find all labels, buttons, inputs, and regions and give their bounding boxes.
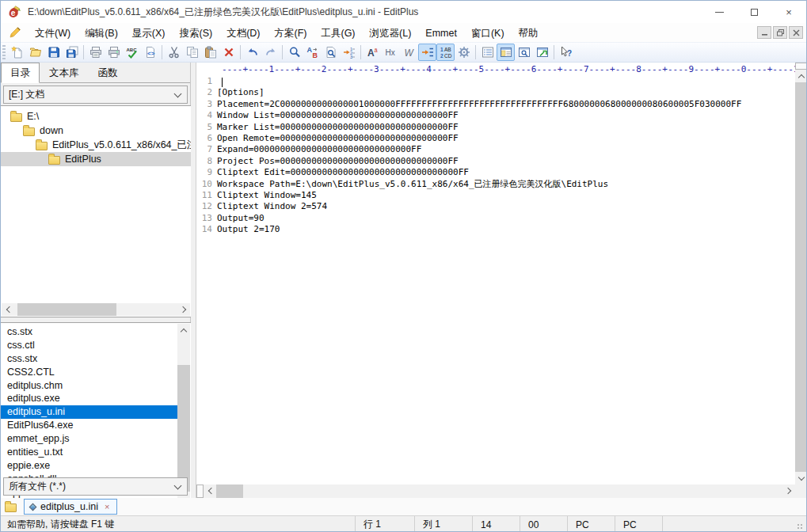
goto-line-button[interactable]: 123 bbox=[340, 44, 358, 61]
file-item[interactable]: editplus.exe bbox=[1, 392, 177, 405]
tree-item[interactable]: E:\ bbox=[1, 109, 191, 124]
file-item[interactable]: entities_u.txt bbox=[1, 446, 177, 459]
cut-button[interactable] bbox=[165, 44, 183, 61]
mdi-close-icon[interactable] bbox=[789, 26, 803, 39]
word-wrap-button[interactable]: W bbox=[400, 44, 418, 61]
menu-item[interactable]: Emmet bbox=[418, 25, 464, 41]
save-button[interactable] bbox=[44, 44, 63, 61]
new-document-button[interactable] bbox=[8, 44, 26, 61]
editor-line: 12 Cliptext Window 2=574 bbox=[196, 201, 795, 212]
sidebar-tab[interactable]: 函数 bbox=[89, 63, 128, 82]
toolbar-grip[interactable] bbox=[2, 45, 6, 59]
editor-horizontal-scrollbar[interactable] bbox=[196, 484, 795, 498]
editor-vscroll-thumb[interactable] bbox=[795, 82, 807, 472]
modified-diamond-icon bbox=[29, 503, 37, 511]
scroll-right-icon[interactable] bbox=[782, 484, 795, 497]
hex-viewer-button[interactable]: Hx bbox=[382, 44, 400, 61]
editor-pane[interactable]: ----+----1----+----2----+----3----+----4… bbox=[196, 63, 807, 498]
file-item[interactable]: eppie.exe bbox=[1, 459, 177, 473]
print-button[interactable] bbox=[105, 44, 123, 61]
sidebar-tab[interactable]: 目录 bbox=[1, 63, 40, 83]
delete-button[interactable] bbox=[219, 44, 238, 61]
line-numbers-button[interactable]: 1AB2CD bbox=[436, 44, 455, 61]
preferences-button[interactable] bbox=[455, 44, 473, 61]
mdi-minimize-icon[interactable] bbox=[757, 26, 771, 39]
tree-item[interactable]: down bbox=[1, 124, 191, 138]
open-folder-button[interactable] bbox=[26, 44, 44, 61]
directory-window-button[interactable] bbox=[497, 44, 515, 61]
text-area[interactable]: 1 2 [Options] 3 Placement=2C000000000000… bbox=[196, 76, 795, 484]
split-handle[interactable] bbox=[196, 484, 204, 498]
file-item[interactable]: css.ctl bbox=[1, 339, 177, 352]
drive-selector[interactable]: [E:] 文档 bbox=[3, 86, 188, 104]
menu-item[interactable]: 方案(F) bbox=[268, 25, 314, 41]
file-item[interactable]: cs.stx bbox=[1, 325, 177, 339]
drive-selector-value: [E:] 文档 bbox=[9, 88, 44, 101]
menu-item[interactable]: 搜索(S) bbox=[172, 25, 219, 41]
file-item[interactable]: css.stx bbox=[1, 352, 177, 366]
close-button[interactable]: × bbox=[771, 1, 806, 23]
copy-button[interactable] bbox=[183, 44, 201, 61]
file-filter-selector[interactable]: 所有文件 (*.*) bbox=[3, 477, 188, 496]
scroll-left-icon[interactable] bbox=[2, 303, 14, 316]
font-button[interactable]: Aã bbox=[364, 44, 382, 61]
menu-item[interactable]: 浏览器(L) bbox=[363, 25, 419, 41]
tree-hscroll-thumb[interactable] bbox=[17, 303, 116, 316]
tree-horizontal-scrollbar[interactable] bbox=[2, 303, 190, 316]
indent-guide-icon bbox=[421, 46, 434, 59]
tree-item[interactable]: EditPlus bbox=[1, 152, 191, 166]
replace-button[interactable]: AB bbox=[303, 44, 322, 61]
file-item[interactable]: emmet_epp.js bbox=[1, 432, 177, 446]
document-tab[interactable]: editplus_u.ini × bbox=[24, 499, 117, 515]
file-item[interactable]: editplus.chm bbox=[1, 379, 177, 393]
scroll-up-icon[interactable] bbox=[177, 324, 190, 336]
split-handle[interactable] bbox=[795, 63, 807, 70]
redo-button[interactable] bbox=[261, 44, 280, 61]
menu-item[interactable]: 文档(D) bbox=[219, 25, 267, 41]
scroll-left-icon[interactable] bbox=[204, 484, 216, 497]
spell-check-button[interactable]: ABC bbox=[123, 44, 141, 61]
scroll-down-icon[interactable] bbox=[795, 472, 807, 484]
file-item[interactable]: editplus_u.ini bbox=[1, 405, 177, 419]
mdi-restore-icon[interactable] bbox=[773, 26, 787, 39]
editplus-logo-icon: e bbox=[7, 5, 21, 19]
cliptext-list-button[interactable] bbox=[478, 44, 497, 61]
font-icon: Aã bbox=[367, 46, 379, 59]
file-item[interactable]: EditPlus64.exe bbox=[1, 419, 177, 432]
context-help-button[interactable]: ? bbox=[557, 44, 575, 61]
tree-item[interactable]: EditPlus_v5.0.611_x86/x64_已注册绿色完美汉化版 bbox=[1, 138, 191, 152]
menu-item[interactable]: 帮助 bbox=[512, 25, 546, 41]
editor-hscroll-thumb[interactable] bbox=[216, 484, 243, 498]
folder-icon[interactable] bbox=[5, 504, 17, 512]
scroll-right-icon[interactable] bbox=[177, 303, 190, 316]
menu-item[interactable]: 文件(W) bbox=[28, 25, 78, 41]
save-all-button[interactable] bbox=[63, 44, 81, 61]
line-number: 5 bbox=[196, 122, 217, 133]
menu-item[interactable]: 编辑(B) bbox=[78, 25, 125, 41]
editor-line: 9 Cliptext Edit=000000000000000000000000… bbox=[196, 167, 795, 178]
line-text: Cliptext Window=145 bbox=[217, 190, 317, 201]
find-button[interactable] bbox=[285, 44, 303, 61]
paste-button[interactable] bbox=[201, 44, 219, 61]
tab-close-icon[interactable]: × bbox=[103, 502, 111, 512]
print-preview-button[interactable] bbox=[86, 44, 105, 61]
svg-text:AB: AB bbox=[444, 47, 451, 52]
undo-button[interactable] bbox=[243, 44, 261, 61]
editor-vertical-scrollbar[interactable] bbox=[795, 63, 807, 484]
minimize-button[interactable] bbox=[702, 1, 737, 23]
indent-guide-button[interactable] bbox=[418, 44, 436, 61]
menu-item[interactable]: 窗口(K) bbox=[464, 25, 512, 41]
maximize-button[interactable] bbox=[737, 1, 771, 23]
resize-grip[interactable] bbox=[795, 516, 806, 532]
menu-item[interactable]: 工具(G) bbox=[314, 25, 362, 41]
output-window-button[interactable] bbox=[515, 44, 533, 61]
html-tags-button[interactable]: <> bbox=[141, 44, 159, 61]
menu-item[interactable]: 显示(X) bbox=[125, 25, 173, 41]
file-vscroll-thumb[interactable] bbox=[177, 365, 190, 492]
file-item[interactable]: CSS2.CTL bbox=[1, 366, 177, 379]
find-in-files-button[interactable] bbox=[322, 44, 340, 61]
sidebar-tab[interactable]: 文本库 bbox=[40, 63, 89, 82]
scroll-up-icon[interactable] bbox=[795, 70, 807, 82]
browser-view-button[interactable] bbox=[533, 44, 551, 61]
status-bar: 如需帮助, 请按键盘 F1 键 行 1列 11400PCPC bbox=[1, 515, 806, 532]
